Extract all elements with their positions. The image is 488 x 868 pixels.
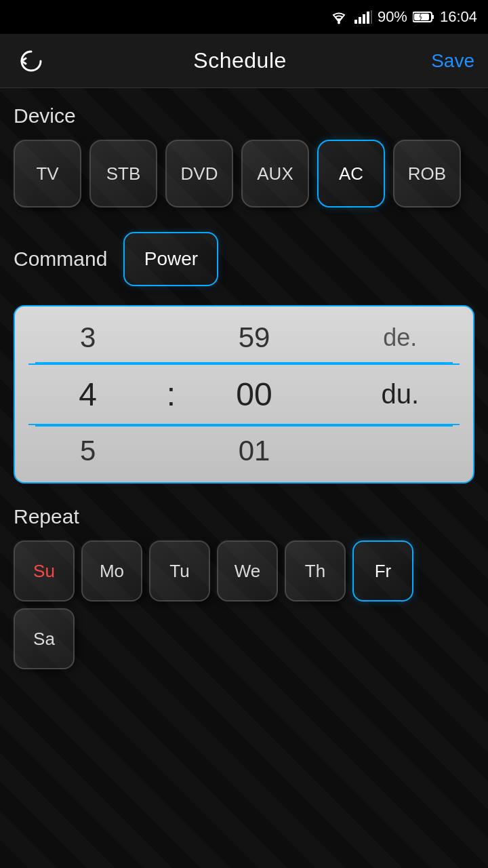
day-btn-tu[interactable]: Tu bbox=[149, 540, 210, 601]
signal-icon bbox=[354, 10, 372, 24]
time-picker[interactable]: 3 59 de. 4 : 00 du. 5 01 bbox=[14, 305, 474, 484]
day-btn-fr[interactable]: Fr bbox=[352, 540, 413, 601]
command-power-button[interactable]: Power bbox=[123, 232, 218, 286]
command-section: Command Power bbox=[14, 232, 474, 286]
command-label: Command bbox=[14, 248, 107, 271]
device-label: Device bbox=[14, 104, 474, 127]
wifi-icon bbox=[329, 9, 349, 24]
battery-percentage: 90% bbox=[378, 8, 407, 26]
picker-prev-row: 3 59 de. bbox=[15, 313, 473, 362]
picker-next-row: 5 01 bbox=[15, 427, 473, 475]
day-btn-mo[interactable]: Mo bbox=[81, 540, 142, 601]
picker-next-hour: 5 bbox=[15, 435, 161, 467]
day-btn-sa[interactable]: Sa bbox=[14, 608, 75, 669]
top-bar: Schedule Save bbox=[0, 34, 488, 88]
picker-active-row[interactable]: 4 : 00 du. bbox=[15, 363, 473, 425]
device-btn-rob[interactable]: ROB bbox=[393, 140, 461, 208]
day-btn-th[interactable]: Th bbox=[285, 540, 346, 601]
svg-rect-2 bbox=[359, 17, 361, 24]
day-btn-su[interactable]: Su bbox=[14, 540, 75, 601]
svg-rect-7 bbox=[432, 15, 434, 19]
device-btn-aux[interactable]: AUX bbox=[241, 140, 309, 208]
picker-colon: : bbox=[161, 376, 181, 413]
picker-hour: 4 bbox=[15, 376, 161, 413]
device-section: Device TV STB DVD AUX AC ROB bbox=[14, 104, 474, 208]
page-title: Schedule bbox=[193, 48, 286, 73]
save-button[interactable]: Save bbox=[431, 50, 474, 72]
device-btn-stb[interactable]: STB bbox=[89, 140, 157, 208]
device-btn-dvd[interactable]: DVD bbox=[165, 140, 233, 208]
svg-rect-5 bbox=[371, 10, 372, 24]
repeat-label: Repeat bbox=[14, 505, 474, 528]
day-btn-we[interactable]: We bbox=[217, 540, 278, 601]
day-buttons-group: Su Mo Tu We Th Fr Sa bbox=[14, 540, 474, 669]
picker-active-label: du. bbox=[327, 379, 473, 410]
svg-rect-1 bbox=[354, 20, 357, 24]
main-content: Device TV STB DVD AUX AC ROB Command Pow… bbox=[0, 88, 488, 868]
status-bar: 90% 16:04 bbox=[0, 0, 488, 34]
repeat-section: Repeat Su Mo Tu We Th Fr Sa bbox=[14, 505, 474, 669]
svg-rect-3 bbox=[363, 14, 365, 24]
back-button[interactable] bbox=[14, 43, 49, 79]
status-icons: 90% 16:04 bbox=[329, 8, 477, 26]
picker-prev-label: de. bbox=[327, 323, 473, 352]
status-time: 16:04 bbox=[440, 8, 477, 26]
svg-rect-4 bbox=[367, 12, 369, 24]
picker-prev-minute: 59 bbox=[181, 321, 327, 354]
picker-prev-hour: 3 bbox=[15, 321, 161, 354]
device-buttons-group: TV STB DVD AUX AC ROB bbox=[14, 140, 474, 208]
battery-icon bbox=[413, 11, 434, 23]
device-btn-tv[interactable]: TV bbox=[14, 140, 81, 208]
picker-minute: 00 bbox=[181, 376, 327, 413]
picker-next-minute: 01 bbox=[181, 435, 327, 467]
svg-point-0 bbox=[338, 22, 340, 24]
device-btn-ac[interactable]: AC bbox=[317, 140, 385, 208]
back-icon bbox=[16, 46, 46, 76]
